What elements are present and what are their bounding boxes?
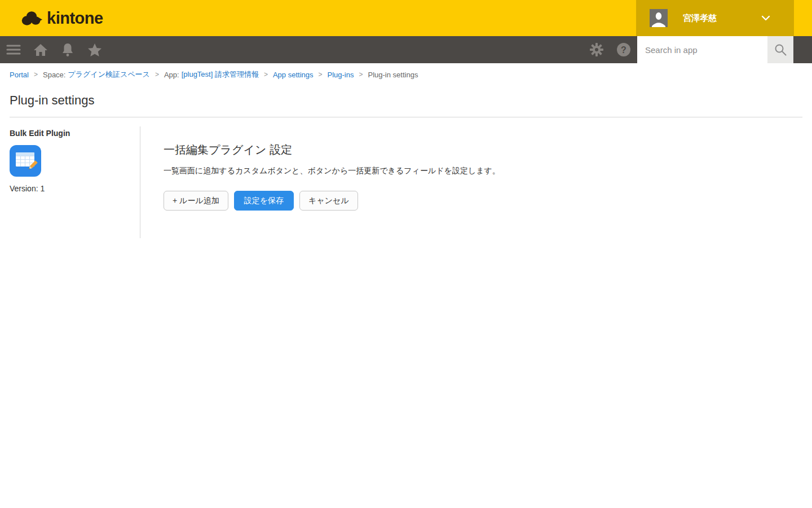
search-input[interactable] xyxy=(637,36,767,63)
breadcrumb-separator: > xyxy=(155,71,159,78)
star-icon[interactable] xyxy=(81,36,108,63)
breadcrumb-separator: > xyxy=(34,71,38,78)
help-icon[interactable]: ? xyxy=(610,36,637,63)
breadcrumb-app-link[interactable]: [plugTest] 請求管理情報 xyxy=(182,69,259,80)
plugin-name: Bulk Edit Plugin xyxy=(10,129,140,138)
breadcrumb-current: Plug-in settings xyxy=(368,71,418,79)
hamburger-menu-icon[interactable] xyxy=(0,36,27,63)
settings-heading: 一括編集プラグイン 設定 xyxy=(164,142,500,157)
breadcrumb: Portal > Space: プラグイン検証スペース > App: [plug… xyxy=(0,63,812,80)
content-area: Bulk Edit Plugin xyxy=(0,117,812,238)
svg-text:?: ? xyxy=(621,45,626,55)
button-row: + ルール追加 設定を保存 キャンセル xyxy=(164,191,500,211)
nav-bar: ? xyxy=(0,36,812,63)
bell-icon[interactable] xyxy=(54,36,81,63)
cancel-button[interactable]: キャンセル xyxy=(299,191,358,211)
logo-wordmark: kintone xyxy=(47,9,103,28)
magnifier-icon xyxy=(774,43,787,56)
breadcrumb-separator: > xyxy=(264,71,268,78)
settings-description: 一覧画面に追加するカスタムボタンと、ボタンから一括更新できるフィールドを設定しま… xyxy=(164,166,500,176)
user-name: 宮澤孝慈 xyxy=(683,13,717,24)
home-icon[interactable] xyxy=(27,36,54,63)
breadcrumb-portal-link[interactable]: Portal xyxy=(10,71,29,79)
breadcrumb-separator: > xyxy=(359,71,363,78)
kintone-logo[interactable]: kintone xyxy=(20,9,103,28)
breadcrumb-space-prefix: Space: xyxy=(43,71,65,79)
avatar xyxy=(650,9,668,27)
nav-right-group: ? xyxy=(583,36,812,63)
breadcrumb-app-settings-link[interactable]: App settings xyxy=(273,71,314,79)
breadcrumb-app-prefix: App: xyxy=(164,71,179,79)
save-settings-button[interactable]: 設定を保存 xyxy=(234,191,294,211)
plugin-sidebar: Bulk Edit Plugin xyxy=(0,117,140,193)
plugin-settings-panel: 一括編集プラグイン 設定 一覧画面に追加するカスタムボタンと、ボタンから一括更新… xyxy=(140,117,500,211)
cloud-icon xyxy=(20,9,43,27)
user-menu[interactable]: 宮澤孝慈 xyxy=(636,0,794,36)
chevron-down-icon xyxy=(761,15,770,21)
add-rule-button[interactable]: + ルール追加 xyxy=(164,191,228,211)
plugin-version: Version: 1 xyxy=(10,184,140,193)
breadcrumb-separator: > xyxy=(319,71,323,78)
breadcrumb-space-link[interactable]: プラグイン検証スペース xyxy=(68,69,149,80)
search-button[interactable] xyxy=(767,36,793,63)
gear-icon[interactable] xyxy=(583,36,610,63)
top-bar: kintone 宮澤孝慈 xyxy=(0,0,812,36)
plugin-icon xyxy=(10,145,41,177)
page-title: Plug-in settings xyxy=(10,93,812,108)
breadcrumb-plugins-link[interactable]: Plug-ins xyxy=(328,71,354,79)
